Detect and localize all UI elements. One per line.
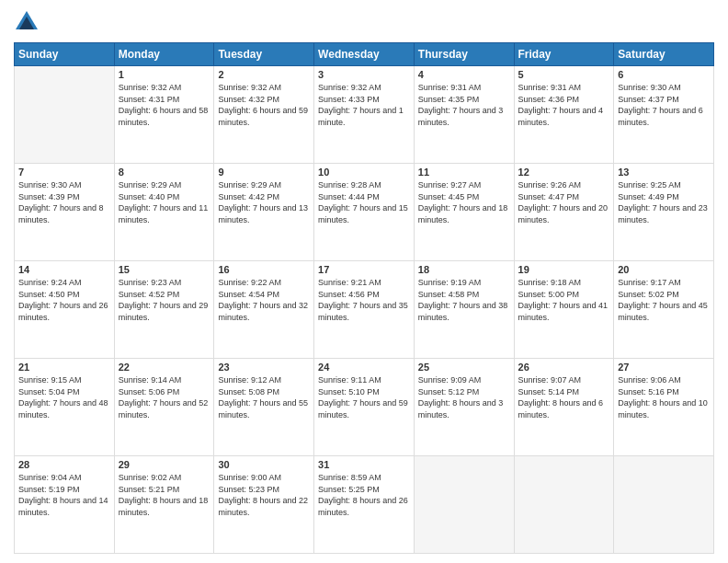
day-info: Sunrise: 9:31 AMSunset: 4:36 PMDaylight:… xyxy=(518,82,610,128)
calendar-cell: 25Sunrise: 9:09 AMSunset: 5:12 PMDayligh… xyxy=(414,359,514,456)
logo-icon xyxy=(14,9,40,35)
calendar-cell: 21Sunrise: 9:15 AMSunset: 5:04 PMDayligh… xyxy=(15,359,115,456)
calendar-cell: 9Sunrise: 9:29 AMSunset: 4:42 PMDaylight… xyxy=(214,164,314,261)
day-header-thursday: Thursday xyxy=(414,43,514,66)
calendar-cell: 28Sunrise: 9:04 AMSunset: 5:19 PMDayligh… xyxy=(15,456,115,554)
day-info: Sunrise: 9:23 AMSunset: 4:52 PMDaylight:… xyxy=(119,277,210,323)
day-number: 25 xyxy=(418,362,510,373)
day-info: Sunrise: 9:28 AMSunset: 4:44 PMDaylight:… xyxy=(318,179,410,225)
calendar-cell xyxy=(15,66,115,164)
day-info: Sunrise: 9:11 AMSunset: 5:10 PMDaylight:… xyxy=(318,374,410,420)
day-number: 20 xyxy=(618,264,710,275)
calendar-cell: 27Sunrise: 9:06 AMSunset: 5:16 PMDayligh… xyxy=(614,359,714,456)
day-number: 11 xyxy=(418,167,510,178)
header xyxy=(14,9,714,35)
week-row-3: 14Sunrise: 9:24 AMSunset: 4:50 PMDayligh… xyxy=(15,261,714,359)
day-info: Sunrise: 9:25 AMSunset: 4:49 PMDaylight:… xyxy=(618,179,710,225)
day-number: 12 xyxy=(518,167,610,178)
day-number: 1 xyxy=(119,69,210,80)
day-info: Sunrise: 9:14 AMSunset: 5:06 PMDaylight:… xyxy=(119,374,210,420)
calendar-cell: 13Sunrise: 9:25 AMSunset: 4:49 PMDayligh… xyxy=(614,164,714,261)
day-number: 18 xyxy=(418,264,510,275)
day-info: Sunrise: 8:59 AMSunset: 5:25 PMDaylight:… xyxy=(318,472,410,518)
day-number: 19 xyxy=(518,264,610,275)
day-info: Sunrise: 9:04 AMSunset: 5:19 PMDaylight:… xyxy=(18,472,110,518)
day-number: 27 xyxy=(618,362,710,373)
day-number: 10 xyxy=(318,167,410,178)
day-number: 8 xyxy=(119,167,210,178)
day-info: Sunrise: 9:24 AMSunset: 4:50 PMDaylight:… xyxy=(18,277,110,323)
calendar-cell: 5Sunrise: 9:31 AMSunset: 4:36 PMDaylight… xyxy=(514,66,614,164)
day-number: 30 xyxy=(218,459,310,470)
day-info: Sunrise: 9:19 AMSunset: 4:58 PMDaylight:… xyxy=(418,277,510,323)
day-number: 7 xyxy=(18,167,110,178)
day-number: 14 xyxy=(18,264,110,275)
day-info: Sunrise: 9:32 AMSunset: 4:33 PMDaylight:… xyxy=(318,82,410,128)
day-info: Sunrise: 9:22 AMSunset: 4:54 PMDaylight:… xyxy=(218,277,310,323)
day-header-friday: Friday xyxy=(514,43,614,66)
calendar-cell: 3Sunrise: 9:32 AMSunset: 4:33 PMDaylight… xyxy=(314,66,415,164)
calendar-cell: 31Sunrise: 8:59 AMSunset: 5:25 PMDayligh… xyxy=(314,456,415,554)
calendar-cell: 10Sunrise: 9:28 AMSunset: 4:44 PMDayligh… xyxy=(314,164,415,261)
calendar-cell xyxy=(514,456,614,554)
day-info: Sunrise: 9:29 AMSunset: 4:40 PMDaylight:… xyxy=(119,179,210,225)
day-info: Sunrise: 9:07 AMSunset: 5:14 PMDaylight:… xyxy=(518,374,610,420)
day-number: 6 xyxy=(618,69,710,80)
calendar-cell: 15Sunrise: 9:23 AMSunset: 4:52 PMDayligh… xyxy=(114,261,214,359)
day-header-sunday: Sunday xyxy=(15,43,115,66)
calendar-cell xyxy=(414,456,514,554)
day-number: 4 xyxy=(418,69,510,80)
calendar-cell: 19Sunrise: 9:18 AMSunset: 5:00 PMDayligh… xyxy=(514,261,614,359)
day-number: 24 xyxy=(318,362,410,373)
day-info: Sunrise: 9:32 AMSunset: 4:31 PMDaylight:… xyxy=(119,82,210,128)
week-row-1: 1Sunrise: 9:32 AMSunset: 4:31 PMDaylight… xyxy=(15,66,714,164)
day-number: 2 xyxy=(218,69,310,80)
day-header-saturday: Saturday xyxy=(614,43,714,66)
day-number: 26 xyxy=(518,362,610,373)
day-info: Sunrise: 9:26 AMSunset: 4:47 PMDaylight:… xyxy=(518,179,610,225)
calendar-cell: 20Sunrise: 9:17 AMSunset: 5:02 PMDayligh… xyxy=(614,261,714,359)
week-row-5: 28Sunrise: 9:04 AMSunset: 5:19 PMDayligh… xyxy=(15,456,714,554)
day-info: Sunrise: 9:02 AMSunset: 5:21 PMDaylight:… xyxy=(119,472,210,518)
calendar-cell: 26Sunrise: 9:07 AMSunset: 5:14 PMDayligh… xyxy=(514,359,614,456)
day-info: Sunrise: 9:18 AMSunset: 5:00 PMDaylight:… xyxy=(518,277,610,323)
calendar-cell: 29Sunrise: 9:02 AMSunset: 5:21 PMDayligh… xyxy=(114,456,214,554)
day-number: 31 xyxy=(318,459,410,470)
calendar-cell: 1Sunrise: 9:32 AMSunset: 4:31 PMDaylight… xyxy=(114,66,214,164)
day-info: Sunrise: 9:12 AMSunset: 5:08 PMDaylight:… xyxy=(218,374,310,420)
calendar-cell: 6Sunrise: 9:30 AMSunset: 4:37 PMDaylight… xyxy=(614,66,714,164)
day-info: Sunrise: 9:27 AMSunset: 4:45 PMDaylight:… xyxy=(418,179,510,225)
day-number: 15 xyxy=(119,264,210,275)
day-info: Sunrise: 9:06 AMSunset: 5:16 PMDaylight:… xyxy=(618,374,710,420)
day-number: 29 xyxy=(119,459,210,470)
day-header-tuesday: Tuesday xyxy=(214,43,314,66)
day-number: 28 xyxy=(18,459,110,470)
logo xyxy=(14,9,43,35)
calendar-cell: 16Sunrise: 9:22 AMSunset: 4:54 PMDayligh… xyxy=(214,261,314,359)
day-number: 13 xyxy=(618,167,710,178)
calendar-cell: 2Sunrise: 9:32 AMSunset: 4:32 PMDaylight… xyxy=(214,66,314,164)
calendar-cell: 4Sunrise: 9:31 AMSunset: 4:35 PMDaylight… xyxy=(414,66,514,164)
calendar-cell: 17Sunrise: 9:21 AMSunset: 4:56 PMDayligh… xyxy=(314,261,415,359)
day-info: Sunrise: 9:29 AMSunset: 4:42 PMDaylight:… xyxy=(218,179,310,225)
day-info: Sunrise: 9:21 AMSunset: 4:56 PMDaylight:… xyxy=(318,277,410,323)
day-info: Sunrise: 9:30 AMSunset: 4:39 PMDaylight:… xyxy=(18,179,110,225)
day-number: 9 xyxy=(218,167,310,178)
calendar-cell: 23Sunrise: 9:12 AMSunset: 5:08 PMDayligh… xyxy=(214,359,314,456)
day-info: Sunrise: 9:15 AMSunset: 5:04 PMDaylight:… xyxy=(18,374,110,420)
day-info: Sunrise: 9:09 AMSunset: 5:12 PMDaylight:… xyxy=(418,374,510,420)
calendar-cell: 30Sunrise: 9:00 AMSunset: 5:23 PMDayligh… xyxy=(214,456,314,554)
calendar-cell: 7Sunrise: 9:30 AMSunset: 4:39 PMDaylight… xyxy=(15,164,115,261)
calendar-table: SundayMondayTuesdayWednesdayThursdayFrid… xyxy=(14,42,714,554)
day-info: Sunrise: 9:17 AMSunset: 5:02 PMDaylight:… xyxy=(618,277,710,323)
calendar-cell: 14Sunrise: 9:24 AMSunset: 4:50 PMDayligh… xyxy=(15,261,115,359)
calendar-cell: 12Sunrise: 9:26 AMSunset: 4:47 PMDayligh… xyxy=(514,164,614,261)
day-number: 5 xyxy=(518,69,610,80)
day-number: 23 xyxy=(218,362,310,373)
day-number: 22 xyxy=(119,362,210,373)
calendar-cell: 11Sunrise: 9:27 AMSunset: 4:45 PMDayligh… xyxy=(414,164,514,261)
day-info: Sunrise: 9:30 AMSunset: 4:37 PMDaylight:… xyxy=(618,82,710,128)
calendar-cell: 24Sunrise: 9:11 AMSunset: 5:10 PMDayligh… xyxy=(314,359,415,456)
calendar-cell: 22Sunrise: 9:14 AMSunset: 5:06 PMDayligh… xyxy=(114,359,214,456)
day-info: Sunrise: 9:00 AMSunset: 5:23 PMDaylight:… xyxy=(218,472,310,518)
